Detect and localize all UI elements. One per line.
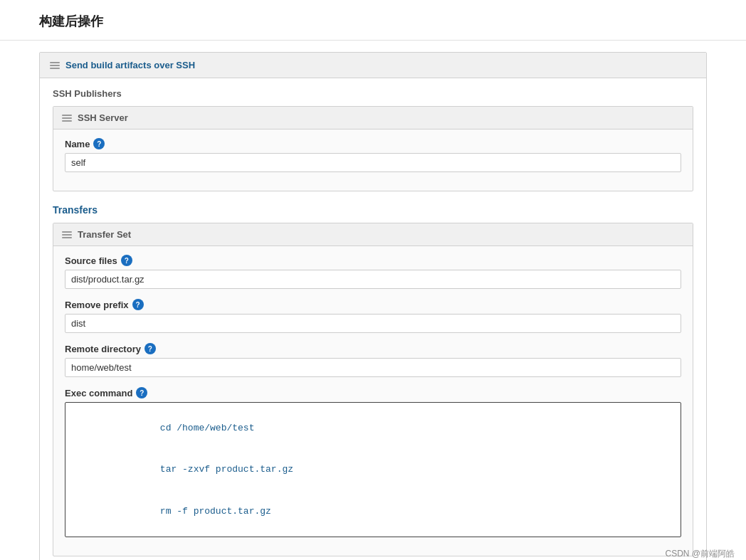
source-files-label: Source files ? — [65, 255, 681, 266]
transfers-label: Transfers — [53, 204, 693, 216]
source-files-field-row: Source files ? — [65, 255, 681, 289]
transfer-set-panel: Transfer Set Source files ? — [53, 223, 693, 556]
source-files-help-icon[interactable]: ? — [121, 255, 132, 266]
ssh-server-title: SSH Server — [78, 112, 128, 123]
ssh-server-header: SSH Server — [53, 107, 693, 130]
page-title: 构建后操作 — [0, 0, 746, 41]
ssh-server-body: Name ? — [53, 130, 693, 191]
exec-line-3: rm -f product.tar.gz — [160, 506, 271, 517]
exec-line-1: cd /home/web/test — [160, 423, 255, 433]
remove-prefix-field-row: Remove prefix ? — [65, 299, 681, 333]
panel-body: SSH Publishers SSH Server — [40, 78, 706, 560]
name-input[interactable] — [65, 153, 681, 172]
watermark: CSDN @前端阿皓 — [665, 548, 735, 560]
title-text: 构建后操作 — [39, 14, 103, 28]
transfer-set-header: Transfer Set — [53, 223, 693, 246]
main-content: Send build artifacts over SSH SSH Publis… — [0, 52, 746, 560]
exec-line-2: tar -zxvf product.tar.gz — [160, 464, 293, 475]
panel-header: Send build artifacts over SSH — [40, 53, 706, 78]
panel-header-title: Send build artifacts over SSH — [65, 60, 195, 70]
name-field-row: Name ? — [65, 138, 681, 172]
exec-command-label: Exec command ? — [65, 387, 681, 398]
page-wrapper: 构建后操作 Send build artifacts over SSH SSH … — [0, 0, 746, 560]
name-help-icon[interactable]: ? — [93, 138, 105, 149]
remote-directory-label: Remote directory ? — [65, 343, 681, 354]
remove-prefix-input[interactable] — [65, 314, 681, 333]
source-files-input[interactable] — [65, 270, 681, 289]
remove-prefix-label: Remove prefix ? — [65, 299, 681, 310]
send-build-artifacts-panel: Send build artifacts over SSH SSH Publis… — [39, 52, 707, 560]
name-label: Name ? — [65, 138, 681, 149]
remote-directory-input[interactable] — [65, 358, 681, 377]
ssh-publishers-label: SSH Publishers — [53, 88, 693, 99]
drag-handle[interactable] — [50, 62, 60, 69]
remote-directory-field-row: Remote directory ? — [65, 343, 681, 377]
transfer-set-body: Source files ? Remove prefix ? — [53, 246, 693, 556]
remove-prefix-help-icon[interactable]: ? — [132, 299, 144, 310]
ssh-server-drag-handle[interactable] — [62, 115, 72, 122]
ssh-server-panel: SSH Server Name ? — [53, 106, 693, 191]
exec-command-textarea[interactable]: cd /home/web/test tar -zxvf product.tar.… — [65, 402, 681, 537]
exec-command-help-icon[interactable]: ? — [136, 387, 147, 398]
transfer-set-drag-handle[interactable] — [62, 231, 72, 238]
exec-command-field-row: Exec command ? cd /home/web/test tar -zx… — [65, 387, 681, 537]
remote-directory-help-icon[interactable]: ? — [145, 343, 156, 354]
transfer-set-title: Transfer Set — [78, 229, 131, 240]
